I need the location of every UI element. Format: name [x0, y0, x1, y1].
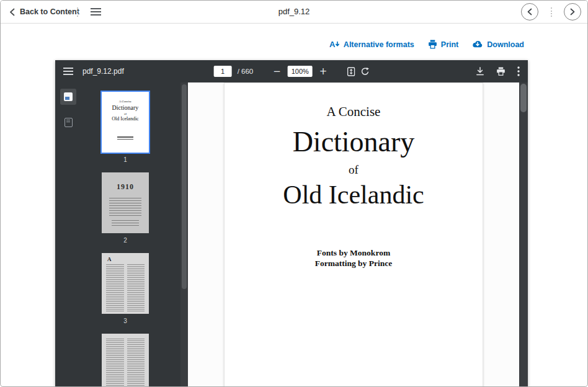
thumbnail-page-2[interactable]: 1910 — [102, 172, 149, 233]
pdf-viewer: pdf_9.12.pdf / 660 − 100% + — [55, 60, 528, 387]
page-title-line3: of — [225, 163, 483, 177]
pdf-body: A Concise Dictionary of Old Icelandic 1 … — [55, 82, 528, 387]
thumbnail-page-2-label: 2 — [123, 237, 127, 244]
sidebar-scrollbar-thumb[interactable] — [182, 84, 187, 289]
fit-to-page-icon — [347, 67, 355, 76]
page-title-line1: A Concise — [225, 83, 483, 120]
print-label: Print — [441, 40, 458, 49]
alternative-formats-label: Alternative formats — [344, 40, 414, 49]
pdf-sidebar: A Concise Dictionary of Old Icelandic 1 … — [55, 82, 188, 387]
page-total: / 660 — [238, 68, 254, 75]
alternative-formats-button[interactable]: A Alternative formats — [329, 40, 414, 49]
thumbnail-page-1-label: 1 — [123, 156, 127, 164]
download-arrow-icon — [476, 67, 484, 76]
chevron-left-icon — [527, 8, 532, 16]
page-title-line2: Dictionary — [225, 126, 483, 158]
thumb3-letter: A — [107, 256, 145, 262]
alternative-formats-icon: A — [329, 40, 340, 49]
thumbnail-page-3[interactable]: A — [102, 253, 149, 314]
zoom-in-button[interactable]: + — [318, 67, 329, 76]
thumbnail-page-1[interactable]: A Concise Dictionary of Old Icelandic — [102, 92, 149, 153]
back-label: Back to Content — [20, 7, 79, 16]
hamburger-icon — [91, 7, 101, 16]
document-scrollbar-thumb[interactable] — [520, 84, 527, 112]
pdf-print-button[interactable] — [496, 67, 506, 76]
printer-icon — [428, 40, 437, 49]
pdf-page-1: A Concise Dictionary of Old Icelandic Fo… — [224, 82, 483, 387]
rotate-icon — [360, 67, 369, 76]
thumb1-line3: of — [102, 112, 149, 115]
printer-icon — [496, 67, 506, 76]
thumb1-line1: A Concise — [102, 100, 149, 103]
svg-text:A: A — [329, 40, 336, 49]
document-actions: A Alternative formats Print Download — [329, 40, 524, 49]
content-menu-button[interactable] — [88, 6, 103, 19]
next-topic-button[interactable] — [564, 3, 581, 20]
divider-dotted — [551, 7, 552, 17]
chevron-right-icon — [570, 8, 575, 16]
pdf-download-button[interactable] — [476, 67, 484, 76]
page-credits: Fonts by Monokrom Formatting by Prince — [225, 247, 483, 269]
rotate-button[interactable] — [360, 67, 369, 76]
sidebar-scrollbar[interactable] — [180, 82, 188, 387]
zoom-level-select[interactable]: 100% — [288, 66, 313, 77]
document-scrollbar[interactable] — [519, 82, 528, 387]
thumbnail-page-4[interactable] — [102, 334, 149, 387]
download-button[interactable]: Download — [472, 40, 524, 49]
page-credit-line1: Fonts by Monokrom — [225, 247, 483, 258]
pdf-sidebar-toggle-button[interactable] — [63, 68, 73, 75]
pdf-toolbar-right — [476, 66, 520, 76]
download-label: Download — [487, 40, 524, 49]
divider-dotted — [77, 7, 78, 17]
previous-topic-button[interactable] — [521, 3, 538, 20]
page-credit-line2: Formatting by Prince — [225, 258, 483, 269]
hamburger-icon — [63, 68, 73, 75]
page-title-line4: Old Icelandic — [225, 179, 483, 210]
zoom-out-button[interactable]: − — [272, 67, 282, 76]
top-bar: Back to Content pdf_9.12 — [1, 1, 587, 24]
thumb1-line2: Dictionary — [102, 104, 149, 111]
thumbnail-page-3-label: 3 — [123, 318, 127, 325]
brightspace-content-viewer: Back to Content pdf_9.12 A — [0, 0, 588, 387]
thumb1-line4: Old Icelandic — [102, 116, 149, 122]
back-to-content-button[interactable]: Back to Content — [9, 1, 79, 23]
page-view: A Concise Dictionary of Old Icelandic Fo… — [188, 82, 519, 387]
print-button[interactable]: Print — [428, 40, 458, 49]
cloud-download-icon — [472, 40, 483, 49]
pdf-toolbar: pdf_9.12.pdf / 660 − 100% + — [55, 60, 528, 82]
more-options-button[interactable] — [517, 66, 520, 76]
thumb2-title: 1910 — [102, 182, 149, 192]
chevron-left-icon — [9, 8, 15, 16]
pdf-toolbar-center: / 660 − 100% + — [214, 60, 370, 82]
page-number-input[interactable] — [214, 66, 232, 77]
pdf-filename: pdf_9.12.pdf — [82, 67, 124, 76]
fit-to-page-button[interactable] — [347, 67, 355, 76]
kebab-menu-icon — [517, 66, 520, 76]
thumbnail-list: A Concise Dictionary of Old Icelandic 1 … — [70, 82, 180, 387]
